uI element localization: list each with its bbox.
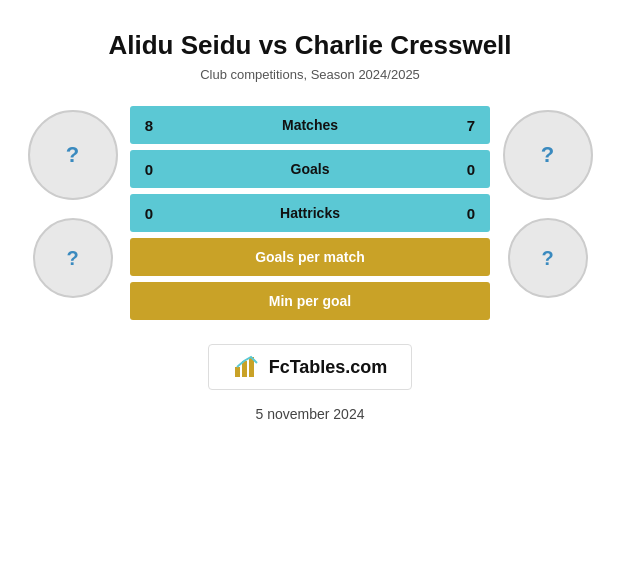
date-label: 5 november 2024 [256,406,365,422]
stat-label-hattricks: Hattricks [168,194,452,232]
logo-area: FcTables.com [208,344,413,390]
stat-right-min-per-goal [452,282,490,320]
logo-text: FcTables.com [269,357,388,378]
stats-column: 8 Matches 7 0 Goals 0 0 Hattricks 0 Goal… [130,106,490,320]
svg-rect-0 [235,367,240,377]
question-icon-2: ? [66,247,78,270]
stat-left-hattricks: 0 [130,194,168,232]
stat-left-goals: 0 [130,150,168,188]
stat-right-hattricks: 0 [452,194,490,232]
chart-icon [233,353,261,381]
stat-row-hattricks: 0 Hattricks 0 [130,194,490,232]
question-icon-3: ? [541,142,554,168]
left-player-avatars: ? ? [25,106,120,320]
stat-left-goals-per-match [130,238,168,276]
stat-label-matches: Matches [168,106,452,144]
stat-left-min-per-goal [130,282,168,320]
svg-rect-1 [242,361,247,377]
stat-row-matches: 8 Matches 7 [130,106,490,144]
player-right-avatar-bottom: ? [508,218,588,298]
stat-right-goals-per-match [452,238,490,276]
stat-right-goals: 0 [452,150,490,188]
stat-row-min-per-goal: Min per goal [130,282,490,320]
stat-right-matches: 7 [452,106,490,144]
player-right-avatar-top: ? [503,110,593,200]
stat-row-goals-per-match: Goals per match [130,238,490,276]
question-icon-4: ? [541,247,553,270]
page-container: Alidu Seidu vs Charlie Cresswell Club co… [0,0,620,580]
player-left-avatar-bottom: ? [33,218,113,298]
page-subtitle: Club competitions, Season 2024/2025 [200,67,420,82]
stat-left-matches: 8 [130,106,168,144]
stat-label-min-per-goal: Min per goal [168,282,452,320]
stat-row-goals: 0 Goals 0 [130,150,490,188]
question-icon: ? [66,142,79,168]
page-title: Alidu Seidu vs Charlie Cresswell [108,30,511,61]
stat-label-goals: Goals [168,150,452,188]
player-left-avatar-top: ? [28,110,118,200]
logo-box: FcTables.com [208,344,413,390]
comparison-section: ? ? 8 Matches 7 0 Goals 0 0 Hattricks [20,106,600,320]
right-player-avatars: ? ? [500,106,595,320]
stat-label-goals-per-match: Goals per match [168,238,452,276]
